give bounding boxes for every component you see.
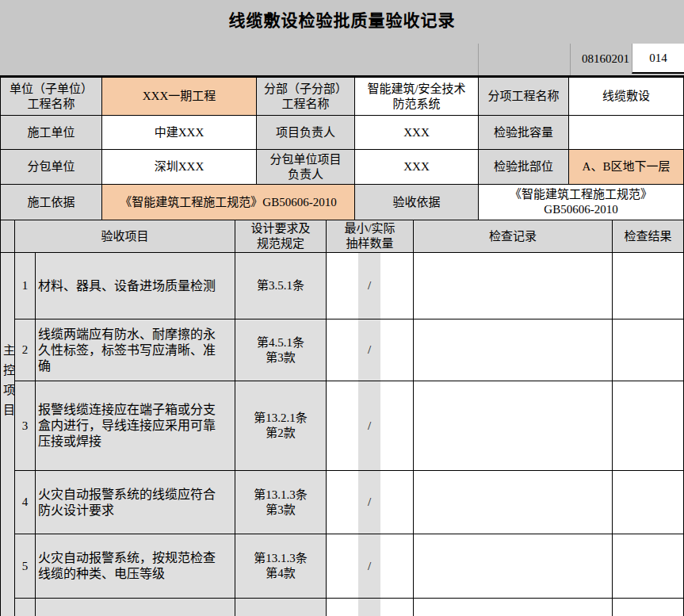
- location-label: 检验批部位: [478, 149, 569, 185]
- subcontractor-label: 分包单位: [0, 149, 102, 185]
- sample-cell[interactable]: /: [326, 534, 414, 599]
- record-cell[interactable]: [413, 319, 613, 381]
- doc-serial-cell[interactable]: 014: [632, 44, 684, 74]
- sample-cell[interactable]: /: [326, 319, 414, 381]
- result-cell[interactable]: [612, 319, 684, 381]
- capacity-label: 检验批容量: [478, 115, 569, 150]
- item-cell[interactable]: 火灾自动报警系统的线缆应符合防火设计要求: [35, 470, 235, 534]
- sample-value[interactable]: /: [358, 253, 380, 319]
- section-label: 主控项目: [2, 344, 14, 423]
- doc-code-cell[interactable]: 08160201: [570, 44, 632, 74]
- item-cell[interactable]: 线缆两端应有防水、耐摩擦的永久性标签，标签书写应清晰、准确: [35, 319, 235, 381]
- item-cell[interactable]: 材料、器具、设备进场质量检测: [35, 252, 235, 319]
- col-header-result: 检查结果: [612, 220, 684, 253]
- row-number: 4: [14, 470, 36, 534]
- acceptance-basis-label: 验收依据: [354, 184, 479, 220]
- sample-value[interactable]: /: [358, 471, 380, 534]
- item-cell[interactable]: [35, 598, 235, 616]
- location-value[interactable]: A、B区地下一层: [568, 149, 684, 185]
- result-cell[interactable]: [612, 534, 684, 599]
- record-cell[interactable]: [413, 470, 613, 534]
- col-header-sample: 最小/实际 抽样数量: [326, 220, 414, 253]
- spreadsheet-page: 线缆敷设检验批质量验收记录 08160201 014 单位（子单位） 工程名称 …: [0, 0, 684, 616]
- item-cell[interactable]: 报警线缆连接应在端子箱或分支盒内进行，导线连接应采用可靠压接或焊接: [35, 381, 235, 471]
- sub-pm-label: 分包单位项目 负责人: [256, 149, 355, 185]
- division-label: 分部（子分部） 工程名称: [256, 77, 355, 116]
- spec-cell[interactable]: 第13.1.3条 第3款: [235, 470, 327, 534]
- col-header-spec: 设计要求及 规范规定: [235, 220, 327, 253]
- sub-pm-value[interactable]: XXX: [354, 149, 479, 185]
- row-number: [14, 598, 36, 616]
- result-cell[interactable]: [612, 252, 684, 319]
- result-cell[interactable]: [612, 381, 684, 471]
- sample-cell[interactable]: /: [326, 470, 414, 534]
- col-header-record: 检查记录: [413, 220, 613, 253]
- sample-value[interactable]: /: [358, 534, 380, 598]
- page-title: 线缆敷设检验批质量验收记录: [0, 6, 684, 35]
- row-number: 3: [14, 381, 36, 471]
- contractor-value[interactable]: 中建XXX: [101, 115, 257, 150]
- subcontractor-value[interactable]: 深圳XXX: [101, 149, 257, 185]
- spec-cell[interactable]: 第13.1.3条 第4款: [235, 534, 327, 599]
- row-number: 1: [14, 252, 36, 319]
- sample-value[interactable]: [358, 599, 380, 616]
- construction-basis-label: 施工依据: [0, 184, 102, 220]
- row-number: 2: [14, 319, 36, 381]
- spec-cell[interactable]: 第13.2.1条 第2款: [235, 381, 327, 471]
- divider: [478, 44, 479, 75]
- result-cell[interactable]: [612, 598, 684, 616]
- pm-label: 项目负责人: [256, 115, 355, 150]
- record-cell[interactable]: [413, 598, 613, 616]
- pm-value[interactable]: XXX: [354, 115, 479, 150]
- sample-cell[interactable]: /: [326, 252, 414, 319]
- acceptance-basis-value[interactable]: 《智能建筑工程施工规范》 GB50606-2010: [478, 184, 684, 220]
- contractor-label: 施工单位: [0, 115, 102, 150]
- construction-basis-value[interactable]: 《智能建筑工程施工规范》GB50606-2010: [101, 184, 355, 220]
- corner-cell: [0, 220, 15, 253]
- section-strip: 主控项目: [0, 252, 15, 616]
- record-cell-selected[interactable]: [413, 252, 613, 319]
- sample-cell[interactable]: [326, 598, 414, 616]
- unit-project-label: 单位（子单位） 工程名称: [0, 77, 102, 116]
- sample-cell[interactable]: /: [326, 381, 414, 471]
- spec-cell[interactable]: [235, 598, 327, 616]
- record-cell[interactable]: [413, 534, 613, 599]
- spec-cell[interactable]: 第3.5.1条: [235, 252, 327, 319]
- division-value[interactable]: 智能建筑/安全技术 防范系统: [354, 77, 479, 116]
- sample-value[interactable]: /: [358, 381, 380, 470]
- sample-value[interactable]: /: [358, 319, 380, 381]
- row-number: 5: [14, 534, 36, 599]
- record-cell[interactable]: [413, 381, 613, 471]
- capacity-value[interactable]: [568, 115, 684, 150]
- col-header-item: 验收项目: [14, 220, 235, 253]
- spec-cell[interactable]: 第4.5.1条 第3款: [235, 319, 327, 381]
- result-cell[interactable]: [612, 470, 684, 534]
- item-cell[interactable]: 火灾自动报警系统，按规范检查线缆的种类、电压等级: [35, 534, 235, 599]
- subitem-label: 分项工程名称: [478, 77, 569, 116]
- subitem-value[interactable]: 线缆敷设: [568, 77, 684, 116]
- unit-project-value[interactable]: XXX一期工程: [101, 77, 257, 116]
